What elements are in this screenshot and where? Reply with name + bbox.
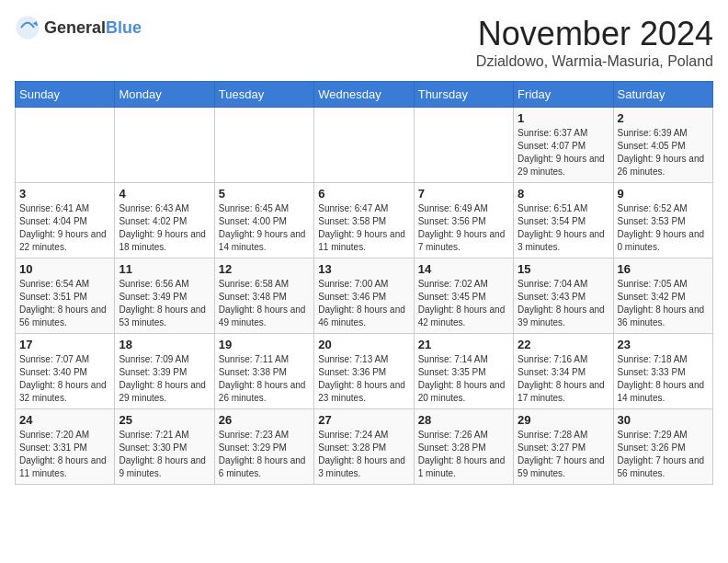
day-info: Sunrise: 7:16 AM Sunset: 3:34 PM Dayligh… xyxy=(518,353,609,405)
day-number: 6 xyxy=(318,187,409,201)
day-number: 22 xyxy=(518,338,609,351)
weekday-header-thursday: Thursday xyxy=(414,82,513,108)
day-number: 17 xyxy=(19,338,110,351)
day-number: 8 xyxy=(518,187,609,201)
calendar-cell xyxy=(16,108,115,183)
day-number: 30 xyxy=(618,413,709,427)
calendar-cell: 23Sunrise: 7:18 AM Sunset: 3:33 PM Dayli… xyxy=(613,334,712,409)
weekday-header-saturday: Saturday xyxy=(613,82,712,108)
day-number: 3 xyxy=(19,187,110,201)
calendar-cell: 5Sunrise: 6:45 AM Sunset: 4:00 PM Daylig… xyxy=(214,183,313,259)
day-number: 20 xyxy=(318,338,409,351)
calendar-cell: 1Sunrise: 6:37 AM Sunset: 4:07 PM Daylig… xyxy=(514,108,613,183)
calendar-cell: 12Sunrise: 6:58 AM Sunset: 3:48 PM Dayli… xyxy=(214,259,313,334)
day-info: Sunrise: 7:24 AM Sunset: 3:28 PM Dayligh… xyxy=(318,429,409,480)
location-subtitle: Dzialdowo, Warmia-Masuria, Poland xyxy=(476,53,713,70)
day-number: 21 xyxy=(418,338,509,351)
day-info: Sunrise: 7:02 AM Sunset: 3:45 PM Dayligh… xyxy=(418,278,509,329)
logo: GeneralBlue xyxy=(15,15,142,40)
day-info: Sunrise: 7:04 AM Sunset: 3:43 PM Dayligh… xyxy=(518,278,609,329)
day-number: 23 xyxy=(618,338,709,351)
day-info: Sunrise: 6:37 AM Sunset: 4:07 PM Dayligh… xyxy=(518,127,609,178)
day-number: 2 xyxy=(618,111,709,125)
calendar-cell: 8Sunrise: 6:51 AM Sunset: 3:54 PM Daylig… xyxy=(514,183,613,259)
day-number: 14 xyxy=(418,262,509,276)
calendar-cell: 2Sunrise: 6:39 AM Sunset: 4:05 PM Daylig… xyxy=(613,108,712,183)
day-number: 18 xyxy=(119,338,210,351)
calendar-cell: 21Sunrise: 7:14 AM Sunset: 3:35 PM Dayli… xyxy=(414,334,513,409)
calendar-cell: 4Sunrise: 6:43 AM Sunset: 4:02 PM Daylig… xyxy=(115,183,214,259)
day-info: Sunrise: 7:07 AM Sunset: 3:40 PM Dayligh… xyxy=(19,353,110,405)
day-info: Sunrise: 7:29 AM Sunset: 3:26 PM Dayligh… xyxy=(618,429,709,480)
calendar-cell: 18Sunrise: 7:09 AM Sunset: 3:39 PM Dayli… xyxy=(115,334,214,409)
day-info: Sunrise: 7:20 AM Sunset: 3:31 PM Dayligh… xyxy=(19,429,110,480)
day-info: Sunrise: 7:00 AM Sunset: 3:46 PM Dayligh… xyxy=(318,278,409,329)
day-info: Sunrise: 6:49 AM Sunset: 3:56 PM Dayligh… xyxy=(418,202,509,254)
day-number: 15 xyxy=(518,262,609,276)
calendar-cell: 27Sunrise: 7:24 AM Sunset: 3:28 PM Dayli… xyxy=(314,409,414,485)
calendar-cell xyxy=(115,108,214,183)
day-number: 10 xyxy=(19,262,110,276)
day-info: Sunrise: 6:45 AM Sunset: 4:00 PM Dayligh… xyxy=(219,202,310,254)
day-info: Sunrise: 7:09 AM Sunset: 3:39 PM Dayligh… xyxy=(119,353,210,405)
day-number: 24 xyxy=(19,413,110,427)
day-info: Sunrise: 6:41 AM Sunset: 4:04 PM Dayligh… xyxy=(19,202,110,254)
day-info: Sunrise: 7:26 AM Sunset: 3:28 PM Dayligh… xyxy=(418,429,509,480)
day-number: 19 xyxy=(219,338,310,351)
calendar-cell: 29Sunrise: 7:28 AM Sunset: 3:27 PM Dayli… xyxy=(514,409,613,485)
day-info: Sunrise: 6:56 AM Sunset: 3:49 PM Dayligh… xyxy=(119,278,210,329)
weekday-header-sunday: Sunday xyxy=(16,82,115,108)
day-info: Sunrise: 6:54 AM Sunset: 3:51 PM Dayligh… xyxy=(19,278,110,329)
calendar-cell: 24Sunrise: 7:20 AM Sunset: 3:31 PM Dayli… xyxy=(16,409,115,485)
calendar-week-row: 10Sunrise: 6:54 AM Sunset: 3:51 PM Dayli… xyxy=(16,259,713,334)
calendar-week-row: 24Sunrise: 7:20 AM Sunset: 3:31 PM Dayli… xyxy=(16,409,713,485)
month-title: November 2024 xyxy=(476,15,713,53)
calendar-cell: 22Sunrise: 7:16 AM Sunset: 3:34 PM Dayli… xyxy=(514,334,613,409)
day-number: 28 xyxy=(418,413,509,427)
day-number: 25 xyxy=(119,413,210,427)
weekday-header-wednesday: Wednesday xyxy=(314,82,414,108)
day-number: 29 xyxy=(518,413,609,427)
day-number: 16 xyxy=(618,262,709,276)
calendar-table: SundayMondayTuesdayWednesdayThursdayFrid… xyxy=(15,81,713,485)
calendar-cell: 11Sunrise: 6:56 AM Sunset: 3:49 PM Dayli… xyxy=(115,259,214,334)
calendar-cell: 13Sunrise: 7:00 AM Sunset: 3:46 PM Dayli… xyxy=(314,259,414,334)
logo-icon xyxy=(15,15,40,40)
calendar-cell: 9Sunrise: 6:52 AM Sunset: 3:53 PM Daylig… xyxy=(613,183,712,259)
weekday-header-tuesday: Tuesday xyxy=(214,82,313,108)
calendar-cell: 19Sunrise: 7:11 AM Sunset: 3:38 PM Dayli… xyxy=(214,334,313,409)
day-info: Sunrise: 6:39 AM Sunset: 4:05 PM Dayligh… xyxy=(618,127,709,178)
calendar-week-row: 3Sunrise: 6:41 AM Sunset: 4:04 PM Daylig… xyxy=(16,183,713,259)
calendar-cell: 20Sunrise: 7:13 AM Sunset: 3:36 PM Dayli… xyxy=(314,334,414,409)
calendar-cell: 26Sunrise: 7:23 AM Sunset: 3:29 PM Dayli… xyxy=(214,409,313,485)
day-number: 5 xyxy=(219,187,310,201)
calendar-cell: 17Sunrise: 7:07 AM Sunset: 3:40 PM Dayli… xyxy=(16,334,115,409)
day-number: 9 xyxy=(618,187,709,201)
header: GeneralBlue November 2024 Dzialdowo, War… xyxy=(15,15,713,70)
day-info: Sunrise: 6:58 AM Sunset: 3:48 PM Dayligh… xyxy=(219,278,310,329)
svg-point-0 xyxy=(16,16,39,39)
calendar-cell: 14Sunrise: 7:02 AM Sunset: 3:45 PM Dayli… xyxy=(414,259,513,334)
weekday-header-monday: Monday xyxy=(115,82,214,108)
day-number: 27 xyxy=(318,413,409,427)
day-info: Sunrise: 7:05 AM Sunset: 3:42 PM Dayligh… xyxy=(618,278,709,329)
day-number: 4 xyxy=(119,187,210,201)
day-number: 7 xyxy=(418,187,509,201)
logo-blue-text: Blue xyxy=(106,18,142,37)
day-number: 13 xyxy=(318,262,409,276)
day-info: Sunrise: 7:14 AM Sunset: 3:35 PM Dayligh… xyxy=(418,353,509,405)
day-info: Sunrise: 7:23 AM Sunset: 3:29 PM Dayligh… xyxy=(219,429,310,480)
day-info: Sunrise: 6:51 AM Sunset: 3:54 PM Dayligh… xyxy=(518,202,609,254)
calendar-cell xyxy=(214,108,313,183)
calendar-cell: 7Sunrise: 6:49 AM Sunset: 3:56 PM Daylig… xyxy=(414,183,513,259)
day-number: 26 xyxy=(219,413,310,427)
calendar-cell: 25Sunrise: 7:21 AM Sunset: 3:30 PM Dayli… xyxy=(115,409,214,485)
title-area: November 2024 Dzialdowo, Warmia-Masuria,… xyxy=(476,15,713,70)
calendar-cell: 15Sunrise: 7:04 AM Sunset: 3:43 PM Dayli… xyxy=(514,259,613,334)
logo-general-text: General xyxy=(44,18,106,37)
weekday-header-friday: Friday xyxy=(514,82,613,108)
calendar-cell: 30Sunrise: 7:29 AM Sunset: 3:26 PM Dayli… xyxy=(613,409,712,485)
day-info: Sunrise: 6:52 AM Sunset: 3:53 PM Dayligh… xyxy=(618,202,709,254)
calendar-week-row: 17Sunrise: 7:07 AM Sunset: 3:40 PM Dayli… xyxy=(16,334,713,409)
day-info: Sunrise: 7:13 AM Sunset: 3:36 PM Dayligh… xyxy=(318,353,409,405)
